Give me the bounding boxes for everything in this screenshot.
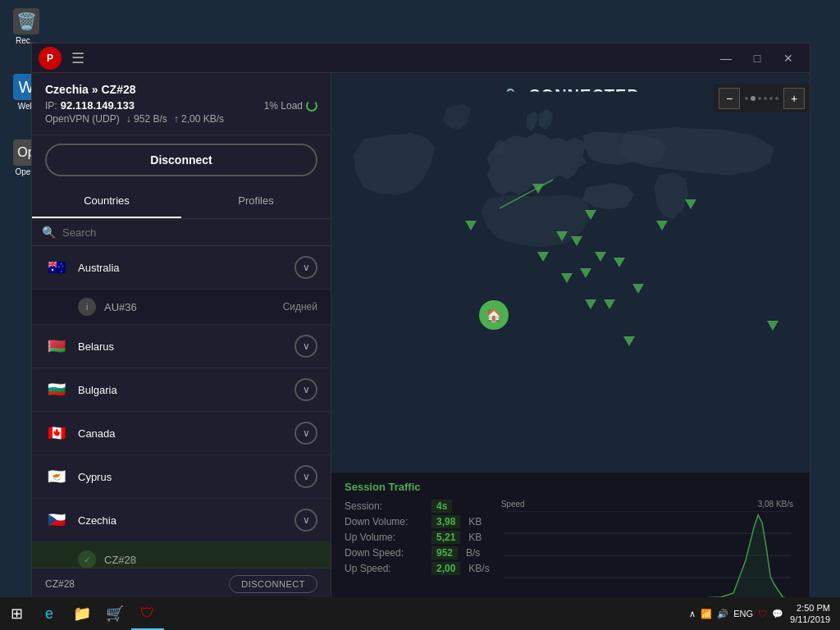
slider-pip-active [751,96,756,101]
graph-speed-label: Speed [501,500,525,509]
disconnect-small-button[interactable]: DISCONNECT [229,575,317,593]
minimize-button[interactable]: — [711,47,741,70]
connection-location: Czechia » CZ#28 [45,83,317,96]
expand-australia[interactable]: ∨ [294,256,317,279]
flag-czechia: 🇨🇿 [45,512,68,528]
tab-countries[interactable]: Countries [32,185,181,218]
down-vol-value: 3,98 [431,515,460,528]
disconnect-button[interactable]: Disconnect [45,144,317,176]
speed-down: ↓ 952 B/s [126,113,167,125]
load-indicator: 1% Load [264,100,317,112]
country-name-australia: Australia [78,262,294,274]
down-speed-value: 952 [431,546,458,559]
country-item-bulgaria[interactable]: 🇧🇬 Bulgaria ∨ [32,368,331,412]
server-item-cz28[interactable]: ✓ CZ#28 [32,542,331,568]
desktop-icon-recycle[interactable]: 🗑️ Rec... [2,8,51,45]
up-vol-unit: KB [468,532,482,543]
server-pin-3 [556,231,568,241]
taskbar-item-vpn[interactable]: 🛡 [131,597,164,630]
tray-sound: 🔊 [717,609,728,619]
expand-belarus[interactable]: ∨ [294,335,317,358]
expand-cyprus[interactable]: ∨ [294,465,317,488]
country-item-cyprus[interactable]: 🇨🇾 Cyprus ∨ [32,455,331,499]
server-name-cz28: CZ#28 [104,554,317,566]
flag-cyprus: 🇨🇾 [45,468,68,485]
expand-canada[interactable]: ∨ [294,422,317,445]
server-pin-4 [537,252,549,262]
traffic-stats: Session: 4s Down Volume: 3,98 KB Up Volu… [345,500,490,600]
flag-australia: 🇦🇺 [45,259,68,276]
server-pin-14 [656,221,668,231]
window-controls: — □ ✕ [711,47,803,70]
sidebar: Czechia » CZ#28 IP: 92.118.149.133 1% Lo… [32,73,331,600]
search-bar: 🔍 [32,219,331,246]
zoom-controls: − + [714,84,810,112]
server-pin-15 [623,336,635,346]
country-item-czechia[interactable]: 🇨🇿 Czechia ∨ [32,499,331,542]
stat-up-vol: Up Volume: 5,21 KB [345,531,490,544]
stat-session: Session: 4s [345,500,490,513]
server-location-au36: Сидней [283,301,317,313]
bottom-server-name: CZ#28 [45,578,75,590]
server-pin-9 [561,273,573,283]
server-pin-5 [571,236,582,246]
server-pin-17 [767,321,778,331]
up-vol-value: 5,21 [431,531,460,544]
app-logo: P [39,47,62,70]
taskbar-item-files[interactable]: 📁 [66,597,98,630]
slider-pip-3 [764,97,767,100]
tray-arrow[interactable]: ∧ [689,609,696,619]
graph-speed-value: 3,08 KB/s [758,500,793,509]
stat-up-speed: Up Speed: 2,00 KB/s [345,562,490,575]
zoom-in-button[interactable]: + [783,88,805,109]
maximize-button[interactable]: □ [742,47,772,70]
desktop: 🗑️ Rec... W Web Op Ope... P ☰ — □ ✕ [0,0,840,630]
zoom-slider [740,96,783,101]
taskbar-item-store[interactable]: 🛒 [98,597,131,630]
session-label: Session: [345,500,427,512]
search-input[interactable] [62,226,321,239]
flag-canada: 🇨🇦 [45,425,68,441]
zoom-out-button[interactable]: − [719,88,740,109]
country-item-belarus[interactable]: 🇧🇾 Belarus ∨ [32,325,331,368]
taskbar: ⊞ e 📁 🛒 🛡 ∧ 📶 🔊 ENG 🛡 💬 2:50 PM 9/11/201… [0,597,840,630]
server-pin-6 [585,210,596,220]
server-pin-10 [585,299,596,309]
taskbar-item-edge[interactable]: e [33,597,66,630]
flag-belarus: 🇧🇾 [45,338,68,354]
up-speed-value: 2,00 [431,562,460,575]
up-speed-label: Up Speed: [345,563,427,574]
country-name-belarus: Belarus [78,340,294,353]
country-name-bulgaria: Bulgaria [78,384,294,396]
taskbar-clock[interactable]: 2:50 PM 9/11/2019 [790,602,830,626]
country-item-canada[interactable]: 🇨🇦 Canada ∨ [32,412,331,455]
slider-pip-1 [745,97,748,100]
up-speed-unit: KB/s [468,563,489,574]
tray-lang: ENG [733,609,753,619]
expand-bulgaria[interactable]: ∨ [294,378,317,401]
load-spinner [306,100,317,112]
traffic-title: Session Traffic [345,481,797,493]
start-button[interactable]: ⊞ [0,597,33,630]
tray-notif: 💬 [772,609,783,619]
server-pin-8 [580,268,591,278]
stat-down-vol: Down Volume: 3,98 KB [345,515,490,528]
home-pin: 🏠 [479,300,509,330]
server-pin-16 [685,199,696,209]
expand-czechia[interactable]: ∨ [294,509,317,532]
server-pin-1 [465,221,477,231]
down-vol-unit: KB [468,516,482,527]
tray-vpn: 🛡 [758,609,767,619]
server-icon-cz28: ✓ [78,550,96,568]
menu-button[interactable]: ☰ [68,46,88,71]
close-button[interactable]: ✕ [774,47,803,70]
country-name-canada: Canada [78,427,294,440]
world-map-svg [331,73,810,389]
country-item-australia[interactable]: 🇦🇺 Australia ∨ [32,246,331,290]
traffic-panel: Session Traffic Session: 4s Down Volume:… [331,472,810,600]
tab-profiles[interactable]: Profiles [181,185,331,218]
server-pin-11 [604,299,615,309]
server-item-au36[interactable]: i AU#36 Сидней [32,290,331,325]
server-icon-au36: i [78,298,96,316]
stat-down-speed: Down Speed: 952 B/s [345,546,490,559]
